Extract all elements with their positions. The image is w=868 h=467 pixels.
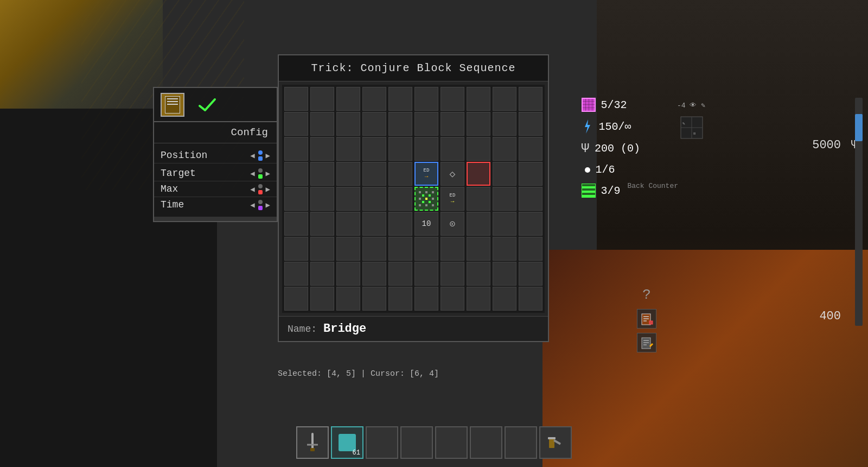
position-right-arrow[interactable]: ▶ (266, 151, 270, 160)
grid-cell-6-7[interactable] (467, 237, 490, 261)
grid-cell-5-1[interactable] (310, 212, 334, 236)
block-grid[interactable]: ED → ◇ (282, 85, 545, 313)
grid-cell-6-6[interactable] (441, 237, 464, 261)
grid-cell-2-4[interactable] (388, 137, 412, 161)
grid-cell-0-2[interactable] (336, 87, 360, 111)
grid-cell-2-2[interactable] (336, 137, 360, 161)
grid-cell-8-3[interactable] (362, 287, 386, 311)
grid-cell-0-9[interactable] (519, 87, 542, 111)
grid-cell-2-7[interactable] (467, 137, 490, 161)
grid-cell-1-2[interactable] (336, 112, 360, 136)
grid-cell-0-7[interactable] (467, 87, 490, 111)
grid-cell-7-3[interactable] (362, 262, 386, 286)
grid-cell-7-0[interactable] (284, 262, 308, 286)
grid-cell-8-8[interactable] (493, 287, 516, 311)
grid-cell-4-8[interactable] (493, 187, 516, 211)
grid-cell-3-8[interactable] (493, 162, 516, 186)
grid-cell-1-5[interactable] (414, 112, 438, 136)
grid-cell-5-0[interactable] (284, 212, 308, 236)
grid-cell-1-9[interactable] (519, 112, 542, 136)
grid-cell-7-9[interactable] (519, 262, 542, 286)
grid-cell-5-7[interactable] (467, 212, 490, 236)
target-left-arrow[interactable]: ◀ (250, 169, 254, 178)
grid-cell-4-4[interactable] (388, 187, 412, 211)
hotbar-slot-3[interactable] (366, 426, 398, 459)
question-icon[interactable]: ? (637, 285, 656, 305)
grid-area[interactable]: ED → ◇ (279, 81, 548, 316)
grid-cell-7-7[interactable] (467, 262, 490, 286)
grid-cell-6-3[interactable] (362, 237, 386, 261)
grid-cell-0-8[interactable] (493, 87, 516, 111)
grid-cell-7-8[interactable] (493, 262, 516, 286)
grid-cell-0-0[interactable] (284, 87, 308, 111)
grid-cell-4-7[interactable] (467, 187, 490, 211)
scroll-bar-right[interactable] (855, 98, 863, 326)
grid-cell-circle[interactable]: ⊙ (441, 212, 464, 236)
grid-cell-6-8[interactable] (493, 237, 516, 261)
grid-cell-4-1[interactable] (310, 187, 334, 211)
hotbar-slot-5[interactable] (435, 426, 468, 459)
grid-cell-3-2[interactable] (336, 162, 360, 186)
grid-cell-3-3[interactable] (362, 162, 386, 186)
grid-cell-6-5[interactable] (414, 237, 438, 261)
grid-cell-0-1[interactable] (310, 87, 334, 111)
grid-cell-7-6[interactable] (441, 262, 464, 286)
grid-cell-2-3[interactable] (362, 137, 386, 161)
scroll-thumb[interactable] (855, 114, 863, 141)
grid-cell-1-0[interactable] (284, 112, 308, 136)
grid-cell-8-0[interactable] (284, 287, 308, 311)
grid-cell-ed-arrow-1[interactable]: ED → (414, 162, 438, 186)
spell-book-icon[interactable] (161, 93, 184, 117)
grid-cell-5-9[interactable] (519, 212, 542, 236)
grid-cell-3-4[interactable] (388, 162, 412, 186)
grid-cell-3-0[interactable] (284, 162, 308, 186)
grid-cell-6-9[interactable] (519, 237, 542, 261)
grid-cell-0-3[interactable] (362, 87, 386, 111)
grid-cell-1-7[interactable] (467, 112, 490, 136)
grid-cell-6-2[interactable] (336, 237, 360, 261)
position-left-arrow[interactable]: ◀ (250, 151, 254, 160)
grid-cell-1-1[interactable] (310, 112, 334, 136)
grid-cell-green-dot[interactable] (414, 187, 438, 211)
grid-cell-6-1[interactable] (310, 237, 334, 261)
max-right-arrow[interactable]: ▶ (266, 185, 270, 194)
grid-cell-6-0[interactable] (284, 237, 308, 261)
grid-cell-7-4[interactable] (388, 262, 412, 286)
grid-cell-0-6[interactable] (441, 87, 464, 111)
grid-cell-2-9[interactable] (519, 137, 542, 161)
grid-cell-diamond[interactable]: ◇ (441, 162, 464, 186)
grid-cell-0-4[interactable] (388, 87, 412, 111)
grid-cell-5-4[interactable] (388, 212, 412, 236)
grid-cell-ed-arrow-2[interactable]: ED → (441, 187, 464, 211)
time-left-arrow[interactable]: ◀ (250, 200, 254, 210)
grid-cell-4-9[interactable] (519, 187, 542, 211)
grid-cell-5-2[interactable] (336, 212, 360, 236)
time-right-arrow[interactable]: ▶ (266, 200, 270, 210)
grid-cell-7-2[interactable] (336, 262, 360, 286)
grid-cell-6-4[interactable] (388, 237, 412, 261)
grid-cell-4-0[interactable] (284, 187, 308, 211)
grid-cell-8-6[interactable] (441, 287, 464, 311)
grid-cell-2-0[interactable] (284, 137, 308, 161)
grid-cell-8-5[interactable] (414, 287, 438, 311)
grid-cell-3-9[interactable] (519, 162, 542, 186)
max-left-arrow[interactable]: ◀ (250, 185, 254, 194)
grid-cell-7-1[interactable] (310, 262, 334, 286)
grid-cell-0-5[interactable] (414, 87, 438, 111)
grid-cell-8-4[interactable] (388, 287, 412, 311)
hotbar-slot-7[interactable] (505, 426, 537, 459)
grid-cell-8-7[interactable] (467, 287, 490, 311)
grid-cell-8-9[interactable] (519, 287, 542, 311)
hotbar-slot-2[interactable]: 61 (331, 426, 363, 459)
hotbar-slot-6[interactable] (470, 426, 502, 459)
action-icon-1[interactable] (637, 309, 656, 329)
grid-cell-5-3[interactable] (362, 212, 386, 236)
grid-cell-8-1[interactable] (310, 287, 334, 311)
grid-cell-2-5[interactable] (414, 137, 438, 161)
grid-cell-1-3[interactable] (362, 112, 386, 136)
grid-cell-red[interactable] (467, 162, 490, 186)
action-icon-2[interactable] (637, 333, 656, 352)
grid-cell-2-1[interactable] (310, 137, 334, 161)
grid-cell-3-1[interactable] (310, 162, 334, 186)
grid-cell-5-8[interactable] (493, 212, 516, 236)
